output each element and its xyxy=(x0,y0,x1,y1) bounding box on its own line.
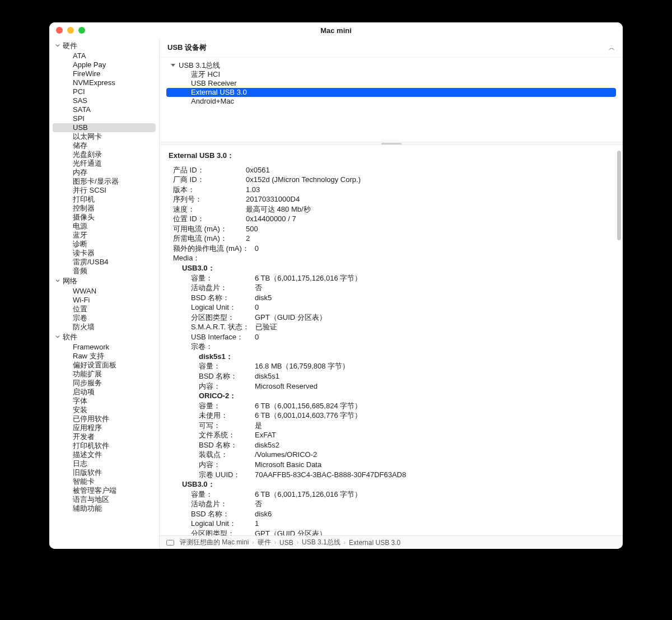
sidebar-item[interactable]: 并行 SCSI xyxy=(53,186,156,195)
section-title: USB 设备树 xyxy=(167,43,207,52)
detail-row: 容量：6 TB（6,001,156,685,824 字节） xyxy=(169,401,613,411)
sidebar-item[interactable]: FireWire xyxy=(53,69,156,78)
sidebar-item[interactable]: 开发者 xyxy=(53,432,156,441)
breadcrumb-item[interactable]: USB xyxy=(279,539,293,547)
sidebar-item[interactable]: Framework xyxy=(53,343,156,352)
detail-row: 序列号：20170331000D4 xyxy=(169,194,613,204)
chevron-up-icon[interactable]: ︿ xyxy=(609,44,615,52)
sidebar-item[interactable]: 功能扩展 xyxy=(53,370,156,379)
detail-label: USB3.0： xyxy=(169,479,613,490)
sidebar-item[interactable]: SATA xyxy=(53,105,156,114)
detail-value: /Volumes/ORICO-2 xyxy=(255,450,317,460)
sidebar-item[interactable]: 内存 xyxy=(53,168,156,177)
tree-device[interactable]: External USB 3.0 xyxy=(166,88,616,97)
main-pane: USB 设备树 ︿ USB 3.1总线蓝牙 HCIUSB ReceiverExt… xyxy=(160,38,623,549)
sidebar-item[interactable]: USB xyxy=(53,123,156,132)
sidebar-item[interactable]: Wi-Fi xyxy=(53,296,156,305)
tree-device[interactable]: Android+Mac xyxy=(166,97,616,106)
sidebar-item[interactable]: 光盘刻录 xyxy=(53,150,156,159)
detail-key: 容量： xyxy=(199,361,255,371)
sidebar-item[interactable]: 应用程序 xyxy=(53,423,156,432)
detail-key: 容量： xyxy=(199,401,255,411)
sidebar-item[interactable]: 图形卡/显示器 xyxy=(53,177,156,186)
detail-value: disk5 xyxy=(255,293,272,303)
sidebar-group-header[interactable]: 网络 xyxy=(49,276,159,287)
sidebar-item[interactable]: SPI xyxy=(53,114,156,123)
detail-value: 最高可达 480 Mb/秒 xyxy=(246,204,311,215)
detail-value: 1.03 xyxy=(246,185,260,195)
scrollbar[interactable] xyxy=(617,151,621,240)
detail-value: 6 TB（6,001,156,685,824 字节） xyxy=(255,401,362,411)
breadcrumb-item[interactable]: 硬件 xyxy=(258,538,271,547)
tree-device[interactable]: 蓝牙 HCI xyxy=(166,70,616,79)
breadcrumb[interactable]: 评测狂想曲的 Mac mini›硬件›USB›USB 3.1总线›Externa… xyxy=(160,535,623,549)
close-icon[interactable] xyxy=(56,27,63,34)
sidebar-item[interactable]: 储存 xyxy=(53,141,156,150)
sidebar-item[interactable]: 诊断 xyxy=(53,240,156,249)
sidebar-item[interactable]: 防火墙 xyxy=(53,323,156,332)
sidebar-item[interactable]: ATA xyxy=(53,52,156,60)
sidebar-item[interactable]: PCI xyxy=(53,87,156,96)
sidebar-group-label: 网络 xyxy=(63,276,77,286)
sidebar-item[interactable]: 字体 xyxy=(53,397,156,405)
sidebar-item[interactable]: 已停用软件 xyxy=(53,414,156,423)
detail-value: 70AAFFB5-83C4-3BAC-B888-30F47DF63AD8 xyxy=(255,470,406,480)
breadcrumb-item[interactable]: 评测狂想曲的 Mac mini xyxy=(180,538,249,547)
breadcrumb-item[interactable]: External USB 3.0 xyxy=(349,539,400,547)
tree-device[interactable]: USB Receiver xyxy=(166,79,616,88)
sidebar-item[interactable]: 被管理客户端 xyxy=(53,486,156,495)
sidebar-item[interactable]: WWAN xyxy=(53,287,156,296)
detail-key: 装载点： xyxy=(199,450,255,460)
sidebar-item[interactable]: 蓝牙 xyxy=(53,231,156,240)
sidebar-item[interactable]: SAS xyxy=(53,96,156,105)
sidebar-item[interactable]: 打印机 xyxy=(53,195,156,204)
sidebar-item[interactable]: 摄像头 xyxy=(53,213,156,222)
sidebar-item[interactable]: 音频 xyxy=(53,267,156,276)
sidebar-item[interactable]: 描述文件 xyxy=(53,450,156,459)
detail-value: 16.8 MB（16,759,808 字节） xyxy=(255,361,349,371)
sidebar-item[interactable]: 语言与地区 xyxy=(53,495,156,504)
sidebar-item[interactable]: 启动项 xyxy=(53,388,156,397)
sidebar-item[interactable]: Apple Pay xyxy=(53,60,156,69)
sidebar-item[interactable]: 位置 xyxy=(53,305,156,314)
sidebar-group-header[interactable]: 软件 xyxy=(49,332,159,343)
detail-row: BSD 名称：disk5s1 xyxy=(169,371,613,381)
sidebar-item[interactable]: 以太网卡 xyxy=(53,132,156,141)
detail-label: disk5s1： xyxy=(169,352,613,362)
sidebar-item[interactable]: 打印机软件 xyxy=(53,441,156,450)
sidebar-item[interactable]: 同步服务 xyxy=(53,379,156,388)
detail-value: 2 xyxy=(246,234,250,244)
sidebar-item[interactable]: 宗卷 xyxy=(53,314,156,323)
sidebar-item[interactable]: 辅助功能 xyxy=(53,504,156,513)
sidebar-item[interactable]: Raw 支持 xyxy=(53,352,156,361)
sidebar-item[interactable]: 控制器 xyxy=(53,204,156,213)
section-header[interactable]: USB 设备树 ︿ xyxy=(160,38,623,58)
sidebar-item[interactable]: 偏好设置面板 xyxy=(53,361,156,370)
breadcrumb-item[interactable]: USB 3.1总线 xyxy=(302,538,340,547)
detail-row: 活动盘片：否 xyxy=(169,283,613,293)
detail-row: 容量：6 TB（6,001,175,126,016 字节） xyxy=(169,490,613,500)
device-tree[interactable]: USB 3.1总线蓝牙 HCIUSB ReceiverExternal USB … xyxy=(160,58,623,142)
detail-key: 内容： xyxy=(199,460,255,470)
detail-pane[interactable]: External USB 3.0：产品 ID：0x0561厂商 ID：0x152… xyxy=(160,145,623,535)
detail-value: 否 xyxy=(255,499,262,509)
sidebar-item[interactable]: 读卡器 xyxy=(53,249,156,258)
sidebar-item[interactable]: 安装 xyxy=(53,405,156,414)
detail-key: 宗卷 UUID： xyxy=(199,470,255,480)
tree-bus[interactable]: USB 3.1总线 xyxy=(166,61,616,70)
titlebar: Mac mini xyxy=(49,22,623,38)
sidebar-item[interactable]: NVMExpress xyxy=(53,78,156,87)
sidebar-item[interactable]: 智能卡 xyxy=(53,477,156,486)
sidebar-item[interactable]: 日志 xyxy=(53,459,156,468)
zoom-icon[interactable] xyxy=(78,27,85,34)
detail-value: Microsoft Reserved xyxy=(255,381,318,391)
sidebar-item[interactable]: 光纤通道 xyxy=(53,159,156,168)
sidebar-group-header[interactable]: 硬件 xyxy=(49,40,159,52)
detail-row: 未使用：6 TB（6,001,014,603,776 字节） xyxy=(169,411,613,421)
sidebar-item[interactable]: 旧版软件 xyxy=(53,468,156,477)
minimize-icon[interactable] xyxy=(67,27,74,34)
detail-value: 0 xyxy=(255,302,259,313)
sidebar[interactable]: 硬件ATAApple PayFireWireNVMExpressPCISASSA… xyxy=(49,38,160,549)
sidebar-item[interactable]: 雷雳/USB4 xyxy=(53,258,156,267)
sidebar-item[interactable]: 电源 xyxy=(53,222,156,231)
